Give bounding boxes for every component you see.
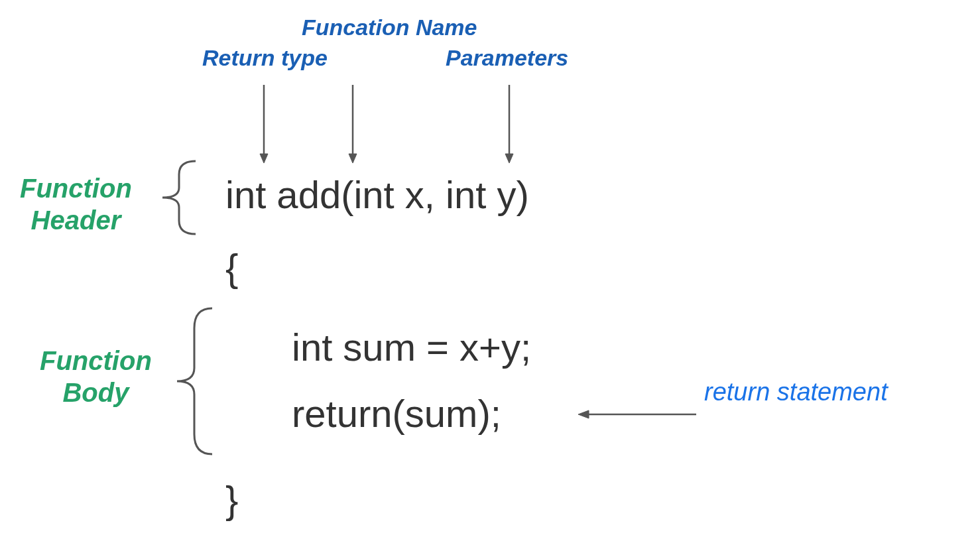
- svg-marker-3: [349, 154, 357, 163]
- arrow-return-type: [257, 85, 271, 164]
- code-line2: return(sum);: [292, 391, 501, 436]
- function-body-label: Function Body: [40, 345, 152, 408]
- function-header-text-line2: Header: [31, 206, 121, 235]
- arrow-return-statement: [577, 408, 696, 421]
- arrow-function-name: [346, 85, 359, 164]
- brace-function-header: [156, 158, 202, 237]
- svg-marker-1: [260, 154, 268, 163]
- function-header-label: Function Header: [20, 172, 132, 236]
- code-open-brace: {: [225, 245, 238, 290]
- svg-marker-5: [505, 154, 513, 163]
- parameters-label: Parameters: [446, 45, 568, 71]
- brace-function-body: [169, 305, 222, 457]
- code-close-brace: }: [225, 477, 238, 522]
- return-statement-label: return statement: [704, 378, 888, 406]
- code-line1: int sum = x+y;: [292, 325, 531, 369]
- code-signature: int add(int x, int y): [225, 172, 529, 217]
- function-body-text-line2: Body: [62, 378, 129, 407]
- function-header-text-line1: Function: [20, 174, 132, 203]
- function-body-text-line1: Function: [40, 346, 152, 375]
- return-type-label: Return type: [202, 45, 328, 71]
- arrow-parameters: [503, 85, 516, 164]
- function-name-label: Funcation Name: [302, 15, 477, 40]
- svg-marker-7: [578, 410, 589, 418]
